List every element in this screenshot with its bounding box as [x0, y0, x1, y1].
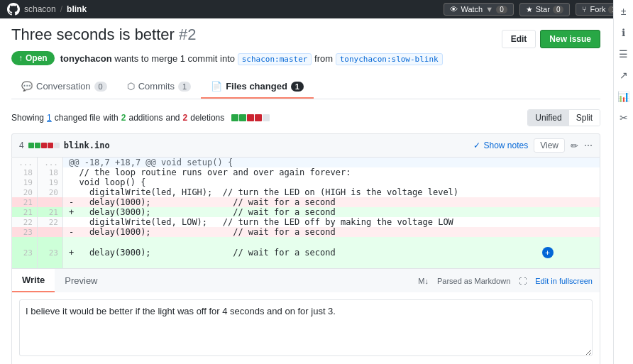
diff-wrapper: 4 blink.ino ✓ Show notes View	[11, 133, 600, 364]
show-notes-toggle[interactable]: ✓ Show notes	[473, 140, 528, 150]
commits-count: 1	[178, 82, 191, 92]
line-code: digitalWrite(led, HIGH); // turn the LED…	[63, 187, 600, 197]
line-num-left: 22	[12, 217, 38, 227]
table-row: 21 - delay(1000); // wait for a second	[12, 197, 600, 207]
tab-files-label: Files changed	[226, 81, 287, 92]
line-num-left: 18	[12, 167, 38, 177]
context-line-num-right: ...	[38, 158, 63, 167]
nav-actions: 👁 Watch ▼ 0 ★ Star 0 ⑂ Fork 1	[444, 3, 626, 16]
sidebar-diff-icon[interactable]: ±	[621, 6, 627, 17]
line-num-right: 23	[38, 237, 63, 269]
file-diff-blocks	[28, 143, 60, 148]
additions-label: additions	[128, 113, 163, 123]
star-label: Star	[536, 5, 550, 13]
more-icon[interactable]: ⋯	[584, 140, 593, 150]
fork-label: Fork	[590, 5, 605, 13]
parsed-markdown-label: Parsed as Markdown	[437, 277, 510, 285]
pr-actions: Edit New issue	[502, 30, 600, 48]
watch-button[interactable]: 👁 Watch ▼ 0	[444, 3, 513, 16]
preview-tab[interactable]: Preview	[55, 269, 107, 292]
files-header: Showing 1 changed file with 2 additions …	[11, 109, 600, 126]
sidebar-link-icon[interactable]: ↗	[620, 70, 628, 81]
pr-title: Three seconds is better #2	[11, 26, 197, 44]
eye-icon: 👁	[450, 5, 458, 13]
fullscreen-label[interactable]: Edit in fullscreen	[535, 277, 593, 285]
unified-button[interactable]: Unified	[528, 110, 568, 126]
star-button[interactable]: ★ Star 0	[519, 3, 571, 16]
tab-files[interactable]: 📄 Files changed 1	[201, 75, 314, 99]
fork-icon: ⑂	[582, 5, 587, 13]
show-notes-label: Show notes	[483, 140, 528, 150]
sidebar-list-icon[interactable]: ☰	[619, 48, 628, 60]
diff-block-add2	[239, 114, 246, 121]
github-logo-icon	[7, 3, 20, 16]
comment-textarea[interactable]: I believe it would be better if the ligh…	[19, 299, 593, 356]
pr-title-row: Three seconds is better #2 Edit New issu…	[11, 26, 600, 51]
table-row: 23 23 + delay(3000); // wait for a secon…	[12, 237, 600, 269]
sidebar-scissors-icon[interactable]: ✂	[620, 112, 628, 123]
diff-stat: Showing 1 changed file with 2 additions …	[11, 113, 270, 123]
new-issue-button[interactable]: New issue	[540, 30, 600, 48]
line-num-left: 23	[12, 237, 38, 269]
diff-blocks	[231, 114, 270, 121]
diff-block-del2	[255, 114, 262, 121]
fb2	[35, 143, 40, 148]
pr-author[interactable]: tonychacon	[60, 53, 112, 64]
comment-tab-bar: Write Preview M↓ Parsed as Markdown ⛶ Ed…	[12, 269, 600, 292]
table-row: 23 - delay(1000); // wait for a second	[12, 227, 600, 237]
deletions-count: 2	[183, 113, 188, 123]
context-line-num-left: ...	[12, 158, 38, 167]
fullscreen-icon: ⛶	[519, 277, 527, 285]
line-code: + delay(3000); // wait for a second	[63, 207, 600, 217]
sidebar-info-icon[interactable]: ℹ	[622, 27, 625, 38]
tab-commits-label: Commits	[138, 81, 175, 92]
merge-icon: ↑	[18, 53, 23, 63]
comment-tabs: Write Preview M↓ Parsed as Markdown ⛶ Ed…	[12, 269, 600, 292]
table-row: 20 20 digitalWrite(led, HIGH); // turn t…	[12, 187, 600, 197]
main-content: Three seconds is better #2 Edit New issu…	[0, 18, 612, 364]
line-num-right: 18	[38, 167, 63, 177]
diff-block-add1	[231, 114, 238, 121]
line-code: void loop() {	[63, 177, 600, 187]
write-tab[interactable]: Write	[12, 269, 55, 292]
brand-sep: /	[60, 4, 62, 14]
add-comment-button[interactable]: +	[542, 247, 554, 258]
split-button[interactable]: Split	[569, 110, 600, 126]
comment-section: Write Preview M↓ Parsed as Markdown ⛶ Ed…	[11, 269, 600, 364]
edit-button[interactable]: Edit	[502, 30, 536, 48]
watch-label: Watch	[461, 5, 483, 13]
line-code: - delay(1000); // wait for a second	[63, 227, 600, 237]
tab-conversation[interactable]: 💬 Conversation 0	[11, 75, 117, 99]
brand-owner[interactable]: schacon	[24, 4, 56, 14]
table-row: 18 18 // the loop routine runs over and …	[12, 167, 600, 177]
line-num-right: 20	[38, 187, 63, 197]
watch-count: 0	[496, 6, 507, 13]
pr-number: #2	[179, 26, 196, 43]
table-row: 19 19 void loop() {	[12, 177, 600, 187]
and-text: and	[166, 113, 180, 123]
view-file-button[interactable]: View	[534, 138, 565, 153]
top-nav: schacon / blink 👁 Watch ▼ 0 ★ Star 0 ⑂ F…	[0, 0, 633, 18]
line-num-right	[38, 227, 63, 237]
with-text: with	[103, 113, 118, 123]
pr-title-text: Three seconds is better	[11, 26, 175, 43]
line-num-right: 21	[38, 207, 63, 217]
brand-repo[interactable]: blink	[67, 4, 87, 14]
head-branch[interactable]: tonychacon:slow-blink	[336, 53, 443, 65]
line-num-right: 19	[38, 177, 63, 187]
sidebar-chart-icon[interactable]: 📊	[617, 91, 629, 102]
pr-action-text: wants to merge 1 commit into	[114, 53, 235, 64]
fb4	[48, 143, 53, 148]
brand-area: schacon / blink	[7, 3, 87, 16]
line-num-right: 22	[38, 217, 63, 227]
star-icon: ★	[526, 5, 533, 14]
markdown-icon: M↓	[418, 277, 429, 285]
diff-block-del1	[247, 114, 254, 121]
fb1	[28, 143, 34, 148]
base-branch[interactable]: schacon:master	[238, 53, 312, 65]
files-icon: 📄	[211, 81, 222, 92]
edit-pencil-icon[interactable]: ✏	[571, 140, 578, 151]
tab-commits[interactable]: ⬡ Commits 1	[117, 75, 201, 99]
pr-tabs: 💬 Conversation 0 ⬡ Commits 1 📄 Files cha…	[11, 75, 600, 99]
changed-count[interactable]: 1	[47, 113, 52, 123]
